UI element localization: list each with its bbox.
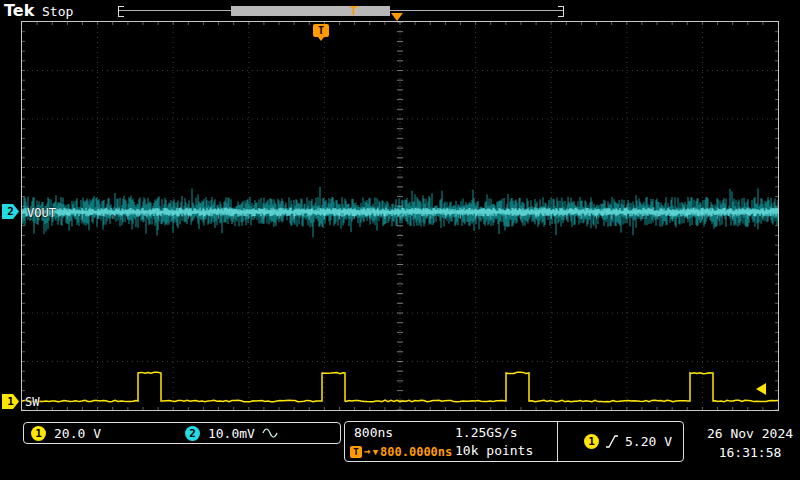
- oscilloscope-screen: Tek Stop T T VOUT SW 2 1 1 20.0 V 2 10.0…: [0, 0, 800, 480]
- acquisition-bar-left-bracket: [118, 6, 124, 17]
- trigger-delay-value: 800.0000ns: [380, 445, 452, 459]
- date-readout: 26 Nov 2024: [702, 424, 798, 443]
- marker-down-icon: ▼: [373, 446, 378, 458]
- time-readout: 16:31:58: [702, 443, 798, 462]
- acquisition-status: Stop: [42, 4, 73, 19]
- arrow-right-icon: →: [364, 446, 371, 458]
- channel-readouts[interactable]: 1 20.0 V 2 10.0mV: [23, 422, 341, 444]
- ch1-trace-label: SW: [25, 395, 39, 409]
- ch2-scale-readout: 10.0mV: [208, 426, 255, 441]
- trigger-level-arrow-icon[interactable]: [756, 383, 766, 395]
- trigger-delay-t-icon: T: [350, 446, 362, 458]
- trigger-source-badge[interactable]: 1: [584, 434, 599, 449]
- trigger-readout[interactable]: 1 5.20 V: [557, 422, 685, 461]
- ch2-coupling-sine-icon: [262, 427, 278, 439]
- horizontal-trigger-readouts: 800ns T → ▼ 800.0000ns 1.25GS/s 10k poin…: [344, 421, 684, 462]
- view-window-indicator[interactable]: [231, 6, 390, 16]
- trigger-delay-readout[interactable]: T → ▼ 800.0000ns: [350, 445, 452, 459]
- tek-logo: Tek: [4, 1, 34, 20]
- ch1-scale-readout: 20.0 V: [54, 426, 101, 441]
- datetime-readout: 26 Nov 2024 16:31:58: [702, 424, 798, 462]
- trigger-point-flag-icon[interactable]: T: [313, 24, 329, 37]
- ch2-badge[interactable]: 2: [185, 426, 200, 441]
- record-length-readout: 10k points: [455, 443, 533, 458]
- trigger-slope-rising-icon: [606, 434, 618, 449]
- ch1-badge[interactable]: 1: [31, 426, 46, 441]
- ch1-position-marker[interactable]: 1: [2, 394, 19, 409]
- trigger-level-readout: 5.20 V: [625, 434, 672, 449]
- acquisition-bar-right-bracket: [558, 6, 564, 17]
- sample-rate-readout: 1.25GS/s: [455, 425, 518, 440]
- waveform-traces: [22, 22, 778, 410]
- trigger-position-letter: T: [350, 3, 358, 18]
- trigger-position-arrow-icon[interactable]: [391, 13, 403, 21]
- timebase-readout[interactable]: 800ns: [354, 425, 393, 440]
- ch2-trace-label: VOUT: [27, 206, 56, 220]
- acquisition-position-bar: T: [118, 6, 564, 16]
- ch2-position-marker[interactable]: 2: [2, 204, 19, 219]
- graticule: T VOUT SW: [21, 21, 779, 411]
